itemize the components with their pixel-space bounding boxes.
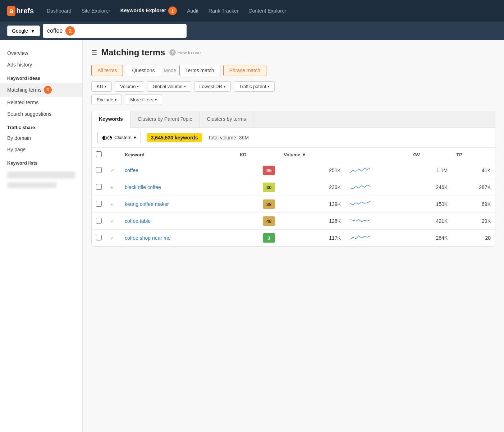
sidebar-item-related-terms[interactable]: Related terms [0, 97, 82, 108]
volume-cell: 251K [279, 162, 345, 179]
sparkline-cell [345, 213, 409, 230]
sidebar-item-matching-terms[interactable]: Matching terms 3 [0, 83, 82, 97]
page-header: ☰ Matching terms ? How to use [91, 47, 495, 58]
sparkline-chart [349, 200, 371, 208]
logo: ahrefs [7, 6, 34, 16]
clusters-dropdown-btn[interactable]: ◐◔ Clusters ▾ [97, 132, 141, 143]
tp-cell: 69K [452, 196, 495, 213]
global-volume-filter-btn[interactable]: Global volume ▾ [147, 81, 191, 92]
chevron-down-icon: ▾ [134, 135, 136, 140]
help-link-text: How to use [177, 50, 201, 55]
nav-item-content-explorer[interactable]: Content Explorer [248, 6, 287, 15]
sidebar-item-by-domain[interactable]: By domain [0, 132, 82, 144]
volume-filter-btn[interactable]: Volume ▾ [115, 81, 144, 92]
logo-a: a [7, 6, 15, 16]
plus-icon: + [110, 201, 113, 207]
how-to-use-link[interactable]: ? How to use [169, 49, 201, 56]
th-gv: GV [409, 148, 452, 162]
row-checkbox[interactable] [96, 235, 102, 240]
th-keyword: Keyword [120, 148, 235, 162]
sidebar-item-overview[interactable]: Overview [0, 47, 82, 59]
sidebar-section-keyword-lists: Keyword lists [0, 155, 82, 168]
table-row: + black rifle coffee 30 230K 246K 287K [92, 179, 495, 196]
tp-cell: 29K [452, 213, 495, 230]
sidebar-item-ads-history[interactable]: Ads history [0, 59, 82, 70]
more-filters-btn[interactable]: More filters ▾ [125, 95, 162, 105]
sparkline-chart [349, 217, 371, 225]
cluster-tab-keywords[interactable]: Keywords [92, 111, 130, 128]
th-volume[interactable]: Volume ▼ [279, 148, 345, 162]
sparkline-chart [349, 166, 371, 175]
clusters-label: Clusters [114, 135, 132, 140]
kd-badge: 38 [263, 199, 275, 209]
tp-cell: 287K [452, 179, 495, 196]
volume-cell: 117K [279, 230, 345, 247]
gv-cell: 246K [409, 179, 452, 196]
filter-tabs-row: All terms Questions Mode Terms match Phr… [91, 65, 495, 76]
content-panel: Keywords Clusters by Parent Topic Cluste… [91, 111, 495, 247]
sidebar-item-search-suggestions[interactable]: Search suggestions [0, 108, 82, 120]
tab-terms-match[interactable]: Terms match [179, 65, 220, 76]
chevron-down-icon: ▾ [155, 98, 157, 102]
th-tp: TP [452, 148, 495, 162]
sidebar-blurred-2 [7, 182, 56, 188]
table-row: + keurig coffee maker 38 139K 150K 69K [92, 196, 495, 213]
search-bar: Google ▼ coffee 2 [0, 22, 504, 40]
help-icon: ? [169, 49, 176, 56]
hamburger-icon[interactable]: ☰ [91, 49, 97, 56]
th-sparkline [345, 148, 409, 162]
sparkline-cell [345, 162, 409, 179]
nav-item-dashboard[interactable]: Dashboard [46, 6, 72, 15]
tab-all-terms[interactable]: All terms [91, 65, 123, 76]
traffic-potential-filter-btn[interactable]: Traffic potent ▾ [234, 81, 275, 92]
total-volume: Total volume: 36M [208, 135, 249, 141]
sidebar-item-by-page[interactable]: By page [0, 144, 82, 155]
kw-count-badge: 3,645,530 keywords [147, 133, 202, 142]
sidebar-section-keyword-ideas: Keyword ideas [0, 70, 82, 83]
search-input-wrap[interactable]: coffee 2 [43, 24, 187, 38]
volume-cell: 139K [279, 196, 345, 213]
select-all-checkbox[interactable] [96, 151, 102, 157]
chevron-down-icon: ▼ [30, 28, 35, 34]
gv-cell: 150K [409, 196, 452, 213]
tp-cell: 41K [452, 162, 495, 179]
row-checkbox[interactable] [96, 218, 102, 224]
keyword-link[interactable]: black rifle coffee [125, 184, 161, 190]
layout: Overview Ads history Keyword ideas Match… [0, 40, 504, 432]
sidebar-blurred-1 [7, 171, 75, 179]
kd-filter-btn[interactable]: KD ▾ [91, 81, 112, 92]
kd-badge: 3 [263, 233, 275, 243]
gv-cell: 1.1M [409, 162, 452, 179]
tab-phrase-match[interactable]: Phrase match [223, 65, 266, 76]
keyword-link[interactable]: keurig coffee maker [125, 201, 169, 207]
keyword-link[interactable]: coffee [125, 167, 138, 173]
volume-cell: 230K [279, 179, 345, 196]
check-icon: ✓ [110, 235, 115, 241]
filter-btns-row-2: Exclude ▾ More filters ▾ [91, 95, 495, 105]
mode-label: Mode [164, 68, 177, 73]
clusters-icon: ◐◔ [102, 134, 112, 141]
nav-item-rank-tracker[interactable]: Rank Tracker [208, 6, 239, 15]
sparkline-chart [349, 234, 371, 242]
nav-badge-1: 1 [168, 6, 177, 15]
check-icon: ✓ [110, 218, 115, 224]
nav-item-keywords-explorer[interactable]: Keywords Explorer 1 [120, 5, 178, 17]
lowest-dr-filter-btn[interactable]: Lowest DR ▾ [194, 81, 231, 92]
sparkline-cell [345, 179, 409, 196]
nav-item-site-explorer[interactable]: Site Explorer [81, 6, 111, 15]
keyword-link[interactable]: coffee table [125, 218, 151, 224]
row-checkbox[interactable] [96, 167, 102, 173]
kd-badge: 95 [263, 166, 275, 175]
keyword-link[interactable]: coffee shop near me [125, 235, 170, 241]
row-checkbox[interactable] [96, 201, 102, 207]
th-kd[interactable]: KD [235, 148, 280, 162]
search-engine-button[interactable]: Google ▼ [7, 26, 40, 36]
exclude-filter-btn[interactable]: Exclude ▾ [91, 95, 122, 105]
cluster-tab-terms[interactable]: Clusters by terms [200, 111, 253, 127]
nav-item-audit[interactable]: Audit [186, 6, 199, 15]
row-checkbox[interactable] [96, 184, 102, 190]
cluster-tab-parent-topic[interactable]: Clusters by Parent Topic [130, 111, 200, 127]
chevron-down-icon: ▾ [224, 84, 225, 88]
table-row: ✓ coffee table 48 128K 421K 29K [92, 213, 495, 230]
tab-questions[interactable]: Questions [126, 65, 161, 76]
